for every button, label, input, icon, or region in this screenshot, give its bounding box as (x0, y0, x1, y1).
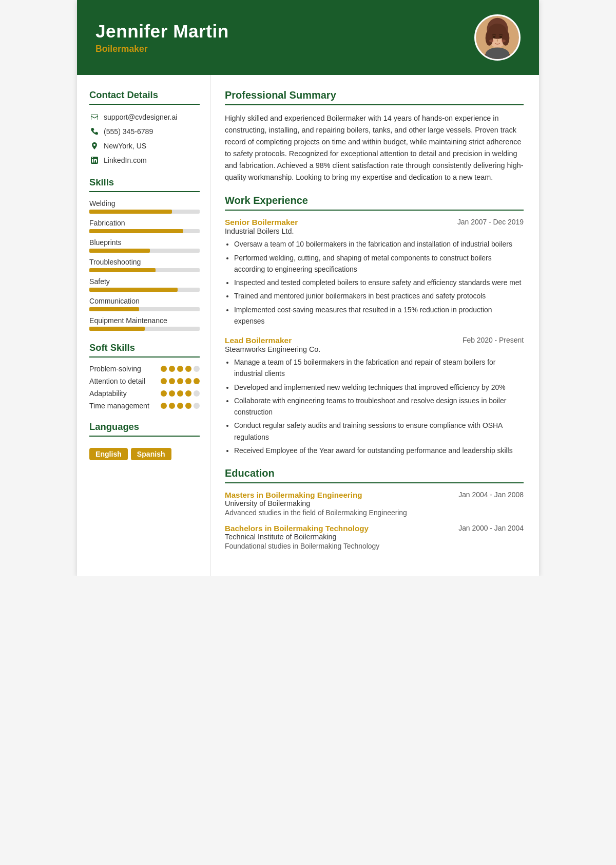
skills-title: Skills (89, 177, 200, 188)
summary-text: Highly skilled and experienced Boilermak… (225, 112, 524, 183)
edu-desc: Foundational studies in Boilermaking Tec… (225, 542, 524, 550)
job-bullet: Oversaw a team of 10 boilermakers in the… (234, 238, 524, 250)
job-bullet: Inspected and tested completed boilers t… (234, 277, 524, 288)
phone-icon (89, 126, 100, 137)
dot (161, 390, 167, 397)
dot (161, 366, 167, 372)
skill-name: Welding (89, 199, 200, 208)
edu-date: Jan 2000 - Jan 2004 (458, 524, 524, 532)
job-bullet: Developed and implemented new welding te… (234, 382, 524, 393)
email-icon (89, 112, 100, 122)
job-title: Senior Boilermaker (225, 218, 298, 227)
skills-section: Skills Welding Fabrication Blueprints Tr… (89, 177, 200, 331)
summary-divider (225, 104, 524, 105)
skill-bar-fill (89, 307, 139, 311)
contact-divider (89, 104, 200, 105)
soft-skill-item: Time management (89, 402, 200, 410)
soft-skill-name: Time management (89, 402, 149, 410)
soft-skills-divider (89, 356, 200, 358)
dot (185, 378, 191, 384)
skills-divider (89, 191, 200, 192)
dot (177, 403, 183, 409)
skill-bar-fill (89, 327, 145, 331)
dot (161, 378, 167, 384)
dot (177, 366, 183, 372)
dot (194, 378, 200, 384)
dot (177, 378, 183, 384)
edu-desc: Advanced studies in the field of Boilerm… (225, 509, 524, 517)
svg-point-12 (501, 40, 506, 43)
contact-item: (555) 345-6789 (89, 126, 200, 137)
skill-bar-bg (89, 307, 200, 311)
header: Jennifer Martin Boilermaker (77, 0, 539, 75)
work-experience-divider (225, 210, 524, 211)
edu-school: Technical Institute of Boilermaking (225, 533, 524, 541)
edu-block: Bachelors in Boilermaking Technology Jan… (225, 524, 524, 550)
job-header: Senior Boilermaker Jan 2007 - Dec 2019 (225, 218, 524, 227)
edu-header: Masters in Boilermaking Engineering Jan … (225, 491, 524, 499)
dot (185, 366, 191, 372)
education-title: Education (225, 467, 524, 479)
skill-name: Troubleshooting (89, 258, 200, 266)
soft-skill-name: Attention to detail (89, 377, 145, 385)
job-bullet: Implemented cost-saving measures that re… (234, 304, 524, 327)
work-experience-section: Work Experience Senior Boilermaker Jan 2… (225, 195, 524, 456)
skill-dots (161, 366, 200, 372)
svg-point-8 (486, 48, 510, 61)
language-tag: English (89, 448, 128, 460)
contact-item: LinkedIn.com (89, 155, 200, 165)
job-date: Jan 2007 - Dec 2019 (457, 218, 524, 226)
job-title: Lead Boilermaker (225, 336, 292, 345)
job-block: Senior Boilermaker Jan 2007 - Dec 2019 I… (225, 218, 524, 327)
skills-list: Welding Fabrication Blueprints Troublesh… (89, 199, 200, 331)
skill-item: Blueprints (89, 238, 200, 253)
soft-skills-title: Soft Skills (89, 342, 200, 353)
contact-item: support@cvdesigner.ai (89, 112, 200, 122)
edu-block: Masters in Boilermaking Engineering Jan … (225, 491, 524, 517)
job-bullet: Collaborate with engineering teams to tr… (234, 395, 524, 418)
skill-item: Communication (89, 297, 200, 311)
edu-school: University of Boilermaking (225, 499, 524, 507)
skill-item: Fabrication (89, 219, 200, 233)
dot (169, 403, 175, 409)
job-bullet: Received Employee of the Year award for … (234, 445, 524, 456)
jobs-list: Senior Boilermaker Jan 2007 - Dec 2019 I… (225, 218, 524, 456)
linkedin-icon (89, 155, 100, 165)
skill-name: Communication (89, 297, 200, 305)
header-text: Jennifer Martin Boilermaker (95, 21, 229, 54)
job-title: Boilermaker (95, 44, 229, 54)
skill-name: Equipment Maintenance (89, 316, 200, 325)
dot (169, 378, 175, 384)
skill-item: Troubleshooting (89, 258, 200, 272)
svg-point-6 (502, 30, 509, 46)
skill-bar-bg (89, 210, 200, 214)
job-header: Lead Boilermaker Feb 2020 - Present (225, 336, 524, 345)
skill-bar-fill (89, 288, 178, 292)
soft-skills-list: Problem-solvingAttention to detailAdapta… (89, 365, 200, 410)
work-experience-title: Work Experience (225, 195, 524, 206)
education-list: Masters in Boilermaking Engineering Jan … (225, 491, 524, 550)
education-divider (225, 482, 524, 483)
skill-dots (161, 403, 200, 409)
left-column: Contact Details support@cvdesigner.ai(55… (77, 75, 210, 576)
dot (194, 390, 200, 397)
contact-text: support@cvdesigner.ai (104, 113, 177, 121)
skill-bar-bg (89, 268, 200, 272)
edu-header: Bachelors in Boilermaking Technology Jan… (225, 524, 524, 533)
skill-bar-fill (89, 229, 183, 233)
edu-degree: Masters in Boilermaking Engineering (225, 491, 362, 499)
languages-section: Languages EnglishSpanish (89, 421, 200, 460)
contact-section: Contact Details support@cvdesigner.ai(55… (89, 89, 200, 165)
svg-point-11 (489, 40, 494, 43)
edu-degree: Bachelors in Boilermaking Technology (225, 524, 369, 533)
candidate-name: Jennifer Martin (95, 21, 229, 42)
dot (177, 390, 183, 397)
languages-title: Languages (89, 421, 200, 432)
skill-name: Safety (89, 277, 200, 286)
skill-item: Welding (89, 199, 200, 214)
job-bullet: Manage a team of 15 boilermakers in the … (234, 356, 524, 380)
soft-skill-item: Problem-solving (89, 365, 200, 373)
summary-title: Professional Summary (225, 89, 524, 101)
job-bullets: Oversaw a team of 10 boilermakers in the… (225, 238, 524, 327)
contact-list: support@cvdesigner.ai(555) 345-6789NewYo… (89, 112, 200, 165)
